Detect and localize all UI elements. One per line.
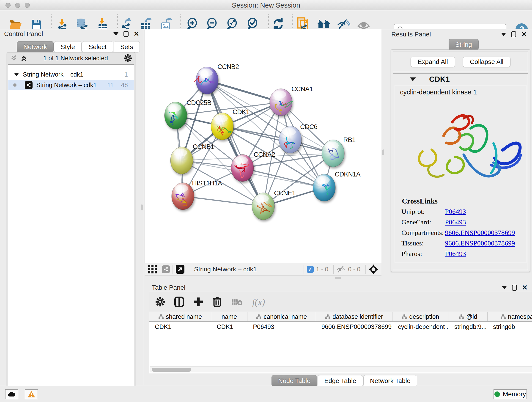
tab-node-table[interactable]: Node Table xyxy=(272,375,317,386)
node-HIST1H1A[interactable]: HIST1H1A xyxy=(172,179,222,210)
table-cell[interactable]: P06493 xyxy=(247,323,316,331)
maximize-panel-icon[interactable] xyxy=(123,31,128,37)
node-label-CCNB1: CCNB1 xyxy=(193,143,214,150)
tab-sets[interactable]: Sets xyxy=(114,41,140,52)
show-columns-icon[interactable] xyxy=(174,297,184,307)
collapse-gene-icon[interactable] xyxy=(410,77,416,81)
string-style-icon[interactable] xyxy=(162,265,170,273)
gear-icon[interactable] xyxy=(124,54,132,62)
table-cell[interactable]: cyclin-dependent ... xyxy=(393,323,449,331)
node-gloss xyxy=(234,156,248,164)
table-cell[interactable]: CDK1 xyxy=(211,323,247,331)
expand-all-icon[interactable] xyxy=(20,55,27,62)
tab-network[interactable]: Network xyxy=(17,41,54,52)
add-column-icon[interactable] xyxy=(194,297,203,307)
tab-label: Edge Table xyxy=(324,377,356,385)
crosslink-link[interactable]: P06493 xyxy=(445,250,466,258)
close-panel-icon[interactable]: ✕ xyxy=(133,31,139,37)
crosslink-link[interactable]: 9606.ENSP00000378699 xyxy=(445,239,515,247)
network-canvas[interactable]: CCNB2CCNA1CDC25BCDK1CDC6RB1CCNB1CCNA2CDK… xyxy=(145,29,382,263)
toolbar-separator xyxy=(51,14,51,30)
edge-CCNB2-CCNE1[interactable] xyxy=(207,80,263,206)
import-table-icon xyxy=(97,18,109,31)
crosslink-row: Uniprot:P06493 xyxy=(395,206,526,217)
column-label: shared name xyxy=(166,313,202,320)
network-row[interactable]: String Network – cdk1 11 48 xyxy=(8,80,134,90)
delete-column-icon[interactable] xyxy=(213,297,222,307)
network-view: CCNB2CCNA1CDC25BCDK1CDC6RB1CCNB1CCNA2CDK… xyxy=(145,29,381,263)
close-panel-icon[interactable]: ✕ xyxy=(522,285,528,291)
node-RB1[interactable]: RB1 xyxy=(322,136,355,167)
warnings-button[interactable] xyxy=(25,389,38,399)
network-collection-row[interactable]: String Network – cdk1 1 xyxy=(8,69,134,80)
right-splitter-handle[interactable] xyxy=(382,149,384,155)
column-header-database-identifier[interactable]: database identifier xyxy=(316,313,393,321)
table-panel-title: Table Panel xyxy=(152,284,185,291)
table-row[interactable]: CDK1CDK1P064939606.ENSP00000378699cyclin… xyxy=(149,322,532,332)
node-gloss xyxy=(167,104,181,112)
float-panel-icon[interactable] xyxy=(501,33,506,36)
memory-button[interactable]: Memory xyxy=(494,389,527,399)
column-header-name[interactable]: name xyxy=(211,313,247,321)
column-header-shared-name[interactable]: shared name xyxy=(149,313,211,321)
zoom-window-button[interactable] xyxy=(25,3,30,8)
tab-string[interactable]: String xyxy=(449,39,479,50)
cloud-status-button[interactable] xyxy=(5,389,18,399)
column-header-canonical-name[interactable]: canonical name xyxy=(247,313,316,321)
node-label-CDC6: CDC6 xyxy=(300,123,317,130)
tab-style[interactable]: Style xyxy=(54,41,82,52)
node-CCNA1[interactable]: CCNA1 xyxy=(270,85,313,116)
node-CDKN1A[interactable]: CDKN1A xyxy=(313,171,361,201)
maximize-panel-icon[interactable] xyxy=(511,32,516,37)
float-panel-icon[interactable] xyxy=(114,32,119,36)
tab-edge-table[interactable]: Edge Table xyxy=(317,375,363,386)
toolbar-separator xyxy=(268,14,269,30)
expand-all-button[interactable]: Expand All xyxy=(411,57,455,67)
table-cell[interactable]: 9606.ENSP00000378699 xyxy=(316,323,393,331)
tab-network-table[interactable]: Network Table xyxy=(363,375,417,386)
column-header-description[interactable]: description xyxy=(393,313,449,321)
birdseye-grid-icon[interactable] xyxy=(148,265,157,274)
column-header-@id[interactable]: @id xyxy=(449,313,488,321)
crosslink-link[interactable]: 9606.ENSP00000378699 xyxy=(445,229,515,236)
maximize-panel-icon[interactable] xyxy=(512,285,517,291)
collapse-all-icon[interactable] xyxy=(10,55,17,62)
node-CCNE1[interactable]: CCNE1 xyxy=(252,189,295,220)
tab-label: Sets xyxy=(120,43,133,51)
document-share-icon xyxy=(297,17,309,31)
float-panel-icon[interactable] xyxy=(502,286,507,289)
collapse-all-button[interactable]: Collapse All xyxy=(463,57,510,67)
tab-select[interactable]: Select xyxy=(82,41,113,52)
scrollbar-thumb[interactable] xyxy=(152,368,191,372)
minimize-window-button[interactable] xyxy=(15,3,20,8)
column-header-namespace[interactable]: namespace xyxy=(488,313,532,321)
crosslink-link[interactable]: P06493 xyxy=(445,218,466,226)
table-cell[interactable]: CDK1 xyxy=(149,323,211,331)
table-cell[interactable]: stringdb xyxy=(488,323,532,331)
crosshair-icon[interactable] xyxy=(369,264,378,274)
hidden-eye-icon[interactable] xyxy=(336,266,346,273)
network-list-box: 1 of 1 Network selected String Network –… xyxy=(7,52,135,402)
selected-checkbox-icon[interactable]: ✓ xyxy=(307,266,314,273)
table-settings-gear-icon[interactable] xyxy=(156,297,165,306)
footer-separator xyxy=(365,265,366,274)
table-cell[interactable]: stringdb:9... xyxy=(449,323,488,331)
crosslink-link[interactable]: P06493 xyxy=(445,208,466,216)
gene-section: CDK1 cyclin-dependent kinase 1 xyxy=(393,73,528,270)
left-splitter-handle[interactable] xyxy=(141,204,143,211)
gene-section-header[interactable]: CDK1 xyxy=(393,74,528,85)
close-window-button[interactable] xyxy=(6,3,11,8)
node-gloss xyxy=(273,90,286,98)
node-CCNB1[interactable]: CCNB1 xyxy=(171,143,214,174)
function-builder-disabled: f(x) xyxy=(252,297,265,307)
close-panel-icon[interactable]: ✕ xyxy=(521,32,527,37)
memory-status-dot xyxy=(494,391,500,397)
node-gloss xyxy=(255,195,269,202)
tree-expander-icon[interactable] xyxy=(14,72,19,77)
open-external-icon[interactable] xyxy=(176,265,184,274)
bottom-splitter-handle[interactable] xyxy=(335,277,341,279)
memory-label: Memory xyxy=(503,390,526,398)
protein-structure-image xyxy=(395,97,528,194)
edge-HIST1H1A-CCNE1[interactable] xyxy=(183,196,263,206)
node-gloss xyxy=(325,142,339,149)
